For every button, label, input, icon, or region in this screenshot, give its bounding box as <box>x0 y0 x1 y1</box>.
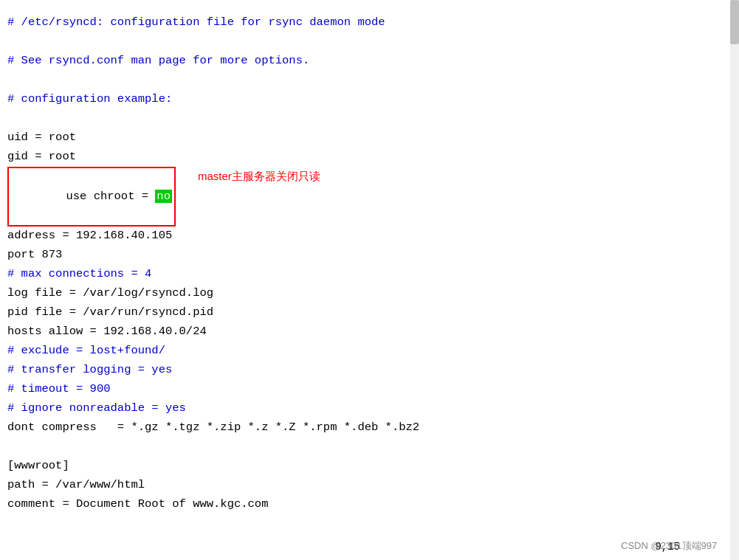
use-chroot-prefix: use chroot = <box>66 190 155 203</box>
no-value: no <box>155 190 172 203</box>
csdn-label-text: CSDN @2301顶端997 <box>621 540 717 551</box>
editor-container: # /etc/rsyncd: configuration file for rs… <box>0 0 739 560</box>
line-use-chroot: use chroot = no master主服务器关闭只读 <box>7 167 723 227</box>
line-transfer-logging: # transfer logging = yes <box>7 361 723 380</box>
line-dont-compress: dont compress = *.gz *.tgz *.zip *.z *.Z… <box>7 418 723 438</box>
line-comment-doc-text: comment = Document Root of www.kgc.com <box>7 495 268 514</box>
csdn-watermark: CSDN @2301顶端997 <box>621 539 739 553</box>
line-empty-4 <box>7 438 723 457</box>
line-empty-3 <box>7 109 723 128</box>
line-hosts-allow-text: hosts allow = 192.168.40.0/24 <box>7 322 207 342</box>
line-1: # /etc/rsyncd: configuration file for rs… <box>7 13 723 32</box>
line-port: port 873 <box>7 246 723 265</box>
line-pid-file: pid file = /var/run/rsyncd.pid <box>7 303 723 322</box>
chroot-annotation: master主服务器关闭只读 <box>198 167 320 186</box>
line-address: address = 192.168.40.105 <box>7 227 723 246</box>
line-comment-doc: comment = Document Root of www.kgc.com <box>7 495 723 514</box>
line-path-text: path = /var/www/html <box>7 476 145 495</box>
line-empty-1 <box>7 32 723 52</box>
line-2: # See rsyncd.conf man page for more opti… <box>7 52 723 71</box>
line-gid-text: gid = root <box>7 148 76 167</box>
line-uid-text: uid = root <box>7 128 76 148</box>
line-ignore-nonreadable-text: # ignore nonreadable = yes <box>7 399 186 418</box>
line-dont-compress-text: dont compress = *.gz *.tgz *.zip *.z *.Z… <box>7 418 419 438</box>
line-path: path = /var/www/html <box>7 476 723 495</box>
line-gid: gid = root <box>7 148 723 167</box>
line-empty-2 <box>7 71 723 90</box>
line-exclude-text: # exclude = lost+found/ <box>7 342 165 361</box>
line-1-text: # /etc/rsyncd: configuration file for rs… <box>7 13 385 32</box>
line-log-file: log file = /var/log/rsyncd.log <box>7 284 723 303</box>
line-pid-file-text: pid file = /var/run/rsyncd.pid <box>7 303 213 322</box>
line-wwwroot: [wwwroot] <box>7 457 723 476</box>
use-chroot-box: use chroot = no <box>7 167 176 227</box>
line-3-text: # configuration example: <box>7 90 172 109</box>
scrollbar[interactable] <box>730 0 739 560</box>
line-exclude: # exclude = lost+found/ <box>7 342 723 361</box>
line-wwwroot-text: [wwwroot] <box>7 457 69 476</box>
line-uid: uid = root <box>7 128 723 148</box>
line-timeout-text: # timeout = 900 <box>7 380 111 399</box>
line-max-conn-text: # max connections = 4 <box>7 265 151 284</box>
line-3: # configuration example: <box>7 90 723 109</box>
line-address-text: address = 192.168.40.105 <box>7 227 172 246</box>
line-ignore-nonreadable: # ignore nonreadable = yes <box>7 399 723 418</box>
code-area: # /etc/rsyncd: configuration file for rs… <box>7 13 723 514</box>
line-timeout: # timeout = 900 <box>7 380 723 399</box>
line-log-file-text: log file = /var/log/rsyncd.log <box>7 284 213 303</box>
line-max-conn: # max connections = 4 <box>7 265 723 284</box>
line-port-text: port 873 <box>7 246 62 265</box>
scrollbar-thumb[interactable] <box>730 0 739 44</box>
line-2-text: # See rsyncd.conf man page for more opti… <box>7 52 309 71</box>
line-hosts-allow: hosts allow = 192.168.40.0/24 <box>7 322 723 342</box>
line-transfer-logging-text: # transfer logging = yes <box>7 361 172 380</box>
